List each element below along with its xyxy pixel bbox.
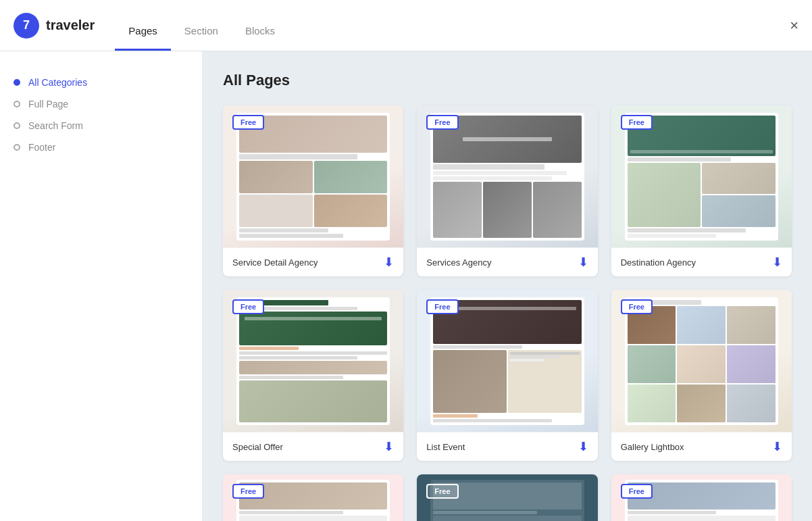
download-icon-6[interactable]: ⬇	[772, 439, 782, 454]
free-badge-2: Free	[426, 115, 458, 130]
cards-grid: Free	[223, 105, 792, 521]
card-footer-2: Services Agency ⬇	[417, 247, 597, 276]
free-badge-4: Free	[232, 299, 264, 314]
card-service-detail-agency: Free	[223, 105, 403, 276]
card-name-2: Services Agency	[426, 257, 491, 268]
card-thumbnail-8: Free	[417, 474, 597, 521]
content-area: All Pages Free	[203, 51, 812, 521]
thumb-inner-6	[625, 297, 778, 425]
card-8: Free	[417, 474, 597, 521]
sidebar-dot-footer	[14, 144, 20, 151]
card-services-agency: Free	[417, 105, 597, 276]
thumb-inner-5	[430, 297, 584, 425]
card-name-4: Special Offer	[232, 442, 283, 452]
card-name-6: Gallery Lightbox	[621, 442, 684, 452]
tab-section[interactable]: Section	[171, 25, 232, 51]
logo-icon: 7	[14, 13, 39, 39]
download-icon-1[interactable]: ⬇	[384, 255, 394, 270]
card-name-1: Service Detail Agency	[232, 257, 318, 268]
main-layout: All Categories Full Page Search Form Foo…	[0, 51, 812, 521]
free-badge-1: Free	[232, 115, 264, 130]
header: 7 traveler Pages Section Blocks ×	[0, 0, 812, 51]
free-badge-9: Free	[621, 484, 653, 499]
download-icon-3[interactable]: ⬇	[772, 255, 782, 270]
card-7: Free	[223, 474, 403, 521]
card-thumbnail-1: Free	[223, 105, 403, 247]
download-icon-5[interactable]: ⬇	[578, 439, 588, 454]
card-footer-6: Gallery Lightbox ⬇	[611, 432, 792, 461]
close-button[interactable]: ×	[790, 17, 798, 34]
card-thumbnail-6: Free	[611, 290, 792, 432]
free-badge-5: Free	[426, 299, 458, 314]
free-badge-6: Free	[621, 299, 653, 314]
card-thumbnail-7: Free	[223, 474, 403, 521]
thumb-inner-1	[236, 113, 390, 241]
sidebar-item-footer[interactable]: Footer	[14, 137, 188, 158]
sidebar-dot-all-categories	[14, 79, 20, 86]
card-footer-1: Service Detail Agency ⬇	[223, 247, 403, 276]
thumb-inner-4	[236, 297, 390, 425]
card-footer-4: Special Offer ⬇	[223, 432, 403, 461]
sidebar: All Categories Full Page Search Form Foo…	[0, 51, 203, 521]
tab-blocks[interactable]: Blocks	[232, 25, 288, 51]
thumb-inner-3	[625, 113, 778, 241]
free-badge-3: Free	[621, 115, 653, 130]
card-thumbnail-2: Free	[417, 105, 597, 247]
sidebar-label-footer: Footer	[28, 142, 55, 153]
card-footer-3: Destination Agency ⬇	[611, 247, 792, 276]
download-icon-4[interactable]: ⬇	[384, 439, 394, 454]
free-badge-7: Free	[232, 484, 264, 499]
brand-name: traveler	[46, 18, 95, 33]
card-footer-5: List Event ⬇	[417, 432, 597, 461]
free-badge-8: Free	[426, 484, 458, 499]
card-9: Free	[611, 474, 792, 521]
sidebar-dot-full-page	[14, 101, 20, 107]
card-thumbnail-9: Free	[611, 474, 792, 521]
sidebar-item-full-page[interactable]: Full Page	[14, 93, 188, 115]
sidebar-item-all-categories[interactable]: All Categories	[14, 72, 188, 93]
sidebar-dot-search-form	[14, 122, 20, 129]
sidebar-label-all-categories: All Categories	[28, 77, 87, 88]
app-container: 7 traveler Pages Section Blocks × All Ca…	[0, 0, 812, 521]
card-name-5: List Event	[426, 442, 465, 452]
logo-area: 7 traveler	[14, 13, 95, 39]
card-thumbnail-3: Free	[611, 105, 792, 247]
sidebar-label-full-page: Full Page	[28, 99, 68, 109]
card-list-event: Free	[417, 290, 597, 461]
sidebar-item-search-form[interactable]: Search Form	[14, 115, 188, 137]
sidebar-label-search-form: Search Form	[28, 120, 83, 131]
card-special-offer: Free	[223, 290, 403, 461]
page-title: All Pages	[223, 72, 792, 89]
card-thumbnail-5: Free	[417, 290, 597, 432]
thumb-inner-2	[430, 113, 584, 241]
nav-tabs: Pages Section Blocks	[115, 0, 288, 51]
download-icon-2[interactable]: ⬇	[578, 255, 588, 270]
card-gallery-lightbox: Free	[611, 290, 792, 461]
tab-pages[interactable]: Pages	[115, 25, 171, 51]
card-name-3: Destination Agency	[621, 257, 696, 268]
card-destination-agency: Free	[611, 105, 792, 276]
card-thumbnail-4: Free	[223, 290, 403, 432]
